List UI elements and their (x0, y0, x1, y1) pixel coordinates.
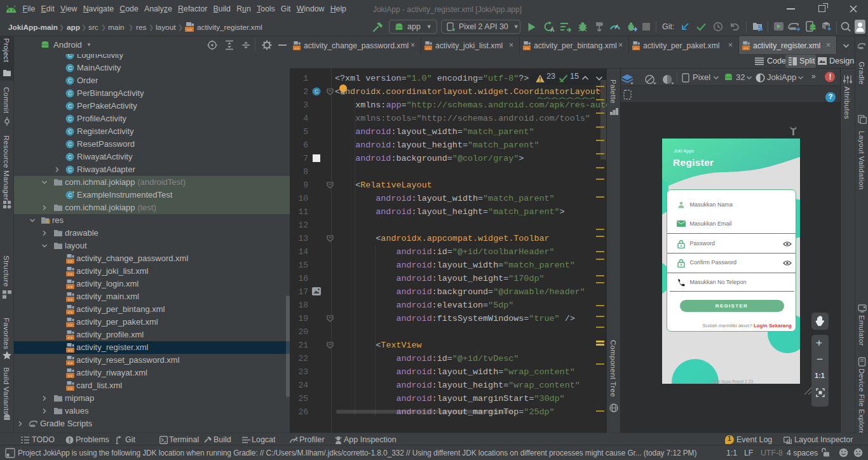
svg-text:<>: <> (634, 46, 639, 50)
svg-text:C: C (68, 54, 72, 58)
svg-text:<>: <> (743, 46, 749, 50)
svg-text:C: C (68, 166, 72, 173)
svg-text:<>: <> (187, 27, 192, 32)
svg-text:C: C (68, 90, 72, 97)
svg-text:C: C (68, 116, 72, 122)
svg-text:<>: <> (426, 46, 431, 50)
svg-text:<>: <> (68, 273, 73, 276)
svg-text:C: C (68, 128, 72, 135)
svg-text:<>: <> (68, 323, 73, 327)
svg-text:<>: <> (68, 387, 73, 391)
svg-text:<>: <> (68, 260, 73, 264)
svg-text:C: C (315, 88, 318, 95)
svg-text:<>: <> (68, 349, 73, 353)
svg-text:<>: <> (68, 298, 73, 302)
svg-text:<>: <> (68, 362, 73, 365)
svg-text:<>: <> (68, 285, 73, 289)
svg-text:A: A (550, 27, 555, 33)
svg-text:C: C (68, 78, 72, 84)
svg-text:C: C (68, 154, 72, 160)
svg-text:<>: <> (68, 336, 73, 340)
svg-text:<>: <> (68, 374, 73, 378)
svg-text:C: C (68, 65, 72, 71)
svg-text:<>: <> (294, 46, 299, 50)
svg-text:C: C (68, 192, 72, 198)
svg-text:<>: <> (524, 46, 529, 50)
svg-text:C: C (68, 141, 72, 147)
svg-text:<>: <> (68, 311, 73, 315)
svg-text:C: C (68, 103, 72, 109)
